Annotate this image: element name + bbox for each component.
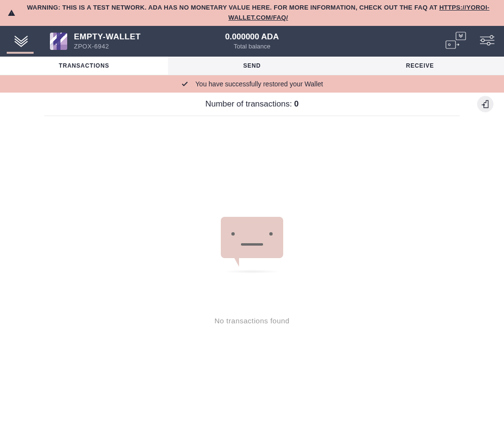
balance-display: 0.000000 ADA Total balance (225, 32, 279, 50)
empty-transactions-state: No transactions found (0, 217, 504, 325)
balance-label: Total balance (225, 43, 279, 50)
settings-sliders-icon (480, 35, 494, 46)
yoroi-logo-icon (13, 34, 29, 49)
balance-amount: 0.000000 ADA (225, 32, 279, 42)
svg-point-4 (490, 36, 493, 38)
restore-success-notification: You have successfully restored your Wall… (0, 75, 504, 93)
transaction-count-value: 0 (294, 99, 299, 108)
wallets-stack-icon (444, 31, 467, 49)
wallet-name: EMPTY-WALLET (74, 32, 141, 42)
svg-point-8 (487, 42, 490, 45)
tab-receive[interactable]: RECEIVE (336, 57, 504, 75)
export-file-icon (481, 100, 490, 108)
test-network-warning-banner: WARNING: THIS IS A TEST NETWORK. ADA HAS… (0, 0, 504, 26)
wallets-switch-button[interactable] (444, 31, 467, 51)
tab-transactions[interactable]: TRANSACTIONS (0, 57, 168, 75)
checkmark-icon (181, 80, 189, 88)
warning-text-content: WARNING: THIS IS A TEST NETWORK. ADA HAS… (27, 4, 439, 11)
wallet-id: ZPOX-6942 (74, 43, 141, 50)
export-transactions-button[interactable] (477, 96, 493, 112)
header-actions (444, 31, 494, 51)
wallet-info[interactable]: EMPTY-WALLET ZPOX-6942 (50, 32, 141, 50)
notification-text: You have successfully restored your Wall… (195, 80, 323, 88)
svg-point-2 (448, 44, 450, 46)
svg-point-6 (481, 39, 484, 42)
transaction-count-label: Number of transactions: (205, 99, 294, 108)
app-header: EMPTY-WALLET ZPOX-6942 0.000000 ADA Tota… (0, 26, 504, 57)
yoroi-logo[interactable] (10, 34, 33, 49)
empty-state-illustration (218, 217, 286, 279)
svg-rect-1 (446, 41, 456, 48)
transaction-summary-row: Number of transactions: 0 (44, 93, 460, 116)
settings-button[interactable] (480, 35, 494, 47)
warning-triangle-icon (8, 9, 15, 17)
empty-state-text: No transactions found (215, 317, 289, 325)
warning-text: WARNING: THIS IS A TEST NETWORK. ADA HAS… (20, 3, 496, 23)
wallet-tabs: TRANSACTIONS SEND RECEIVE (0, 57, 504, 75)
wallet-identicon (50, 33, 67, 50)
tab-send[interactable]: SEND (168, 57, 336, 75)
